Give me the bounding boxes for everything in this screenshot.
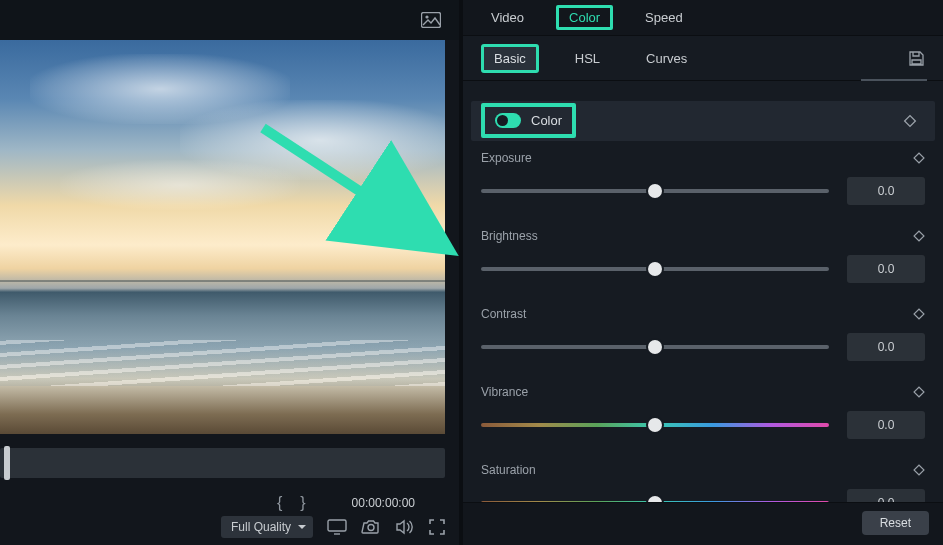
save-preset-icon[interactable] bbox=[908, 50, 925, 67]
subtab-basic[interactable]: Basic bbox=[481, 44, 539, 73]
tab-speed[interactable]: Speed bbox=[635, 6, 693, 29]
keyframe-icon[interactable] bbox=[903, 114, 917, 128]
keyframe-icon[interactable] bbox=[913, 308, 925, 320]
tab-video[interactable]: Video bbox=[481, 6, 534, 29]
quality-dropdown[interactable]: Full Quality bbox=[221, 516, 313, 538]
slider-track[interactable] bbox=[481, 189, 829, 193]
sliders-area: Exposure 0.0 Brightness 0.0 bbox=[463, 141, 943, 502]
panel-footer: Reset bbox=[463, 502, 943, 545]
keyframe-icon[interactable] bbox=[913, 230, 925, 242]
foam-shape bbox=[0, 340, 445, 386]
slider-value[interactable]: 0.0 bbox=[847, 255, 925, 283]
video-preview[interactable] bbox=[0, 40, 445, 434]
svg-rect-8 bbox=[914, 309, 924, 319]
slider-brightness: Brightness 0.0 bbox=[481, 229, 925, 283]
image-icon[interactable] bbox=[421, 12, 441, 28]
timecode: 00:00:00:00 bbox=[352, 496, 415, 510]
svg-rect-10 bbox=[914, 465, 924, 475]
keyframe-icon[interactable] bbox=[913, 464, 925, 476]
subtab-curves[interactable]: Curves bbox=[636, 47, 697, 70]
horizon-line bbox=[0, 280, 445, 282]
svg-rect-6 bbox=[914, 153, 924, 163]
slider-thumb[interactable] bbox=[648, 184, 662, 198]
svg-point-4 bbox=[368, 525, 374, 531]
color-toggle[interactable] bbox=[495, 113, 521, 128]
slider-label: Contrast bbox=[481, 307, 526, 321]
slider-value[interactable]: 0.0 bbox=[847, 411, 925, 439]
slider-value[interactable]: 0.0 bbox=[847, 177, 925, 205]
slider-thumb[interactable] bbox=[648, 262, 662, 276]
slider-value[interactable]: 0.0 bbox=[847, 333, 925, 361]
inspector-panel: Video Color Speed Basic HSL Curves Color bbox=[459, 0, 943, 545]
preview-topbar bbox=[0, 0, 459, 40]
keyframe-icon[interactable] bbox=[913, 152, 925, 164]
keyframe-icon[interactable] bbox=[913, 386, 925, 398]
slider-label: Exposure bbox=[481, 151, 532, 165]
app-root: {} 00:00:00:00 Full Quality Video Color … bbox=[0, 0, 943, 545]
slider-label: Saturation bbox=[481, 463, 536, 477]
tab-color[interactable]: Color bbox=[556, 5, 613, 30]
preview-pane: {} 00:00:00:00 Full Quality bbox=[0, 0, 459, 545]
svg-rect-5 bbox=[905, 115, 916, 126]
slider-track[interactable] bbox=[481, 423, 829, 427]
timeline-scrubber[interactable] bbox=[0, 448, 445, 478]
svg-rect-9 bbox=[914, 387, 924, 397]
slider-exposure: Exposure 0.0 bbox=[481, 151, 925, 205]
svg-rect-7 bbox=[914, 231, 924, 241]
svg-point-1 bbox=[425, 15, 428, 18]
display-icon[interactable] bbox=[327, 519, 347, 535]
slider-track[interactable] bbox=[481, 345, 829, 349]
slider-thumb[interactable] bbox=[648, 418, 662, 432]
volume-icon[interactable] bbox=[395, 519, 415, 535]
fullscreen-icon[interactable] bbox=[429, 519, 445, 535]
slider-label: Vibrance bbox=[481, 385, 528, 399]
slider-thumb[interactable] bbox=[648, 340, 662, 354]
subtab-underline bbox=[861, 79, 927, 81]
top-tabs: Video Color Speed bbox=[463, 0, 943, 36]
sub-tabs: Basic HSL Curves bbox=[463, 36, 943, 80]
section-title: Color bbox=[531, 113, 562, 128]
preview-wrap bbox=[0, 40, 459, 434]
section-color-highlight: Color bbox=[481, 103, 576, 138]
section-color-header: Color bbox=[471, 101, 935, 141]
svg-rect-3 bbox=[328, 520, 346, 531]
svg-rect-0 bbox=[422, 13, 441, 28]
camera-icon[interactable] bbox=[361, 519, 381, 535]
slider-label: Brightness bbox=[481, 229, 538, 243]
slider-thumb[interactable] bbox=[648, 496, 662, 502]
subtab-hsl[interactable]: HSL bbox=[565, 47, 610, 70]
slider-track[interactable] bbox=[481, 267, 829, 271]
slider-contrast: Contrast 0.0 bbox=[481, 307, 925, 361]
slider-vibrance: Vibrance 0.0 bbox=[481, 385, 925, 439]
slider-value[interactable]: 0.0 bbox=[847, 489, 925, 502]
cloud-shape bbox=[60, 160, 300, 210]
reset-button[interactable]: Reset bbox=[862, 511, 929, 535]
preview-controls-2: Full Quality bbox=[0, 510, 459, 544]
slider-track[interactable] bbox=[481, 501, 829, 502]
slider-saturation: Saturation 0.0 bbox=[481, 463, 925, 502]
